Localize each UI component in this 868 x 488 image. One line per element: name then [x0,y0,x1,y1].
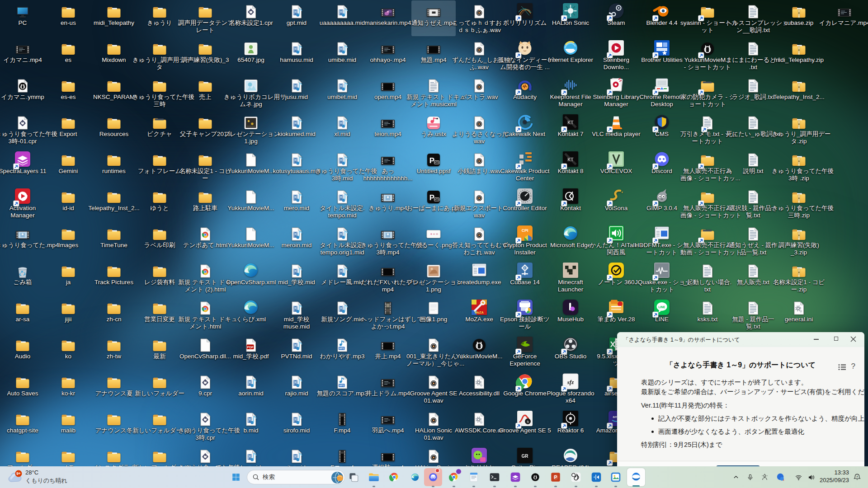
svg-text:P: P [554,475,557,480]
svg-text:z: z [857,475,858,478]
svg-text:9+: 9+ [16,471,21,476]
